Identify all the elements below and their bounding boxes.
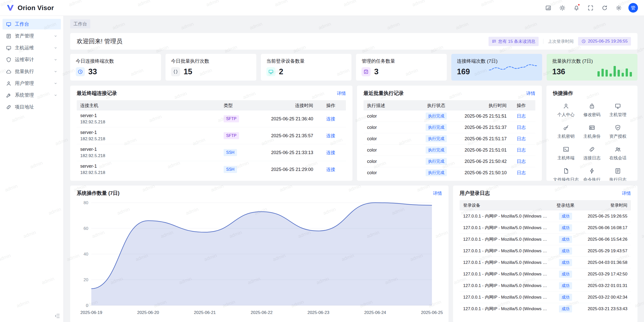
action-cell: 日志 bbox=[517, 158, 532, 164]
log-link[interactable]: 日志 bbox=[517, 159, 526, 164]
divider bbox=[543, 39, 543, 44]
sidebar-item-system[interactable]: 系统管理 bbox=[3, 90, 61, 100]
ops-chart-svg: 0204060802025-06-192025-06-202025-06-212… bbox=[77, 199, 442, 317]
quick-action-desktop[interactable]: 主机管理 bbox=[605, 103, 631, 118]
sidebar: 工作台资产管理主机运维运维审计批量执行用户管理系统管理项目地址 bbox=[0, 16, 64, 322]
exec-desc-cell: color bbox=[367, 136, 417, 141]
host-name: server-1 bbox=[80, 113, 224, 118]
quick-action-lock[interactable]: 修改密码 bbox=[579, 103, 605, 118]
connect-link[interactable]: 连接 bbox=[326, 133, 335, 138]
protocol-tag: SFTP bbox=[224, 132, 239, 139]
exec-time-cell: 2025-06-25 21:51:37 bbox=[455, 125, 507, 130]
sidebar-item-label: 用户管理 bbox=[15, 80, 34, 87]
exec-desc-cell: color bbox=[367, 148, 417, 153]
exec-status-cell: 执行完成 bbox=[417, 158, 455, 165]
quick-action-label: 执行日志 bbox=[609, 177, 626, 181]
welcome-title: 欢迎回来! 管理员 bbox=[77, 37, 122, 45]
exec-status-cell: 执行完成 bbox=[417, 147, 455, 154]
notifications-icon[interactable] bbox=[572, 4, 581, 12]
connect-link[interactable]: 连接 bbox=[326, 150, 335, 155]
connect-link[interactable]: 连接 bbox=[326, 116, 335, 121]
sidebar-item-label: 主机运维 bbox=[15, 45, 34, 51]
connect-link[interactable]: 连接 bbox=[326, 167, 335, 172]
quick-action-shield-check[interactable]: 资产授权 bbox=[605, 124, 631, 139]
quick-action-user[interactable]: 个人中心 bbox=[553, 103, 579, 118]
svg-text:0: 0 bbox=[86, 303, 88, 308]
terminal-records-detail-link[interactable]: 详情 bbox=[337, 90, 346, 96]
ops-chart-detail-link[interactable]: 详情 bbox=[433, 190, 442, 196]
last-login-label: 上次登录时间 bbox=[548, 39, 574, 44]
sidebar-item-batch[interactable]: 批量执行 bbox=[3, 66, 61, 77]
quick-action-label: 主机终端 bbox=[557, 155, 575, 161]
breadcrumb[interactable]: 工作台 bbox=[70, 19, 90, 28]
quick-action-key[interactable]: 主机密钥 bbox=[553, 124, 579, 139]
console-icon[interactable] bbox=[544, 4, 552, 12]
quick-action-file[interactable]: 文件操作日志 bbox=[553, 168, 579, 181]
user-avatar[interactable]: 管 bbox=[628, 3, 638, 13]
login-result-cell: 成功 bbox=[553, 259, 578, 266]
theme-icon[interactable] bbox=[558, 4, 567, 12]
quick-action-doc-list[interactable]: 执行日志 bbox=[605, 168, 631, 181]
login-log-row: 127.0.0.1 - 内网IP - Mozilla/5.0 (Windows … bbox=[460, 292, 631, 303]
protocol-cell: SSH bbox=[224, 149, 248, 156]
fullscreen-icon[interactable] bbox=[586, 4, 595, 12]
terminal-trend-sparkline bbox=[488, 61, 538, 77]
batch-records-title: 最近批量执行记录 bbox=[364, 90, 404, 97]
login-log-row: 127.0.0.1 - 内网IP - Mozilla/5.0 (Windows … bbox=[460, 222, 631, 234]
log-link[interactable]: 日志 bbox=[517, 148, 526, 153]
user-icon bbox=[6, 81, 12, 86]
terminal-records-panel: 最近终端连接记录 详情 连接主机 类型 连接时间 操作 server-1182.… bbox=[70, 86, 352, 181]
sidebar-item-assets[interactable]: 资产管理 bbox=[3, 31, 61, 41]
stat-card-batch-7d: 批量执行次数 (7日)136 bbox=[547, 54, 637, 81]
exec-status-tag: 执行完成 bbox=[426, 158, 447, 165]
batch-table-header: 执行描述 执行状态 执行时间 操作 bbox=[364, 100, 535, 111]
stats-row: 今日连接终端次数33今日批量执行次数15当前登录设备数量2管理的任务数量3连接终… bbox=[70, 54, 637, 81]
refresh-icon[interactable] bbox=[600, 4, 609, 12]
log-link[interactable]: 日志 bbox=[517, 125, 526, 130]
last-login-time: 2025-06-25 19:26:55 bbox=[588, 39, 628, 44]
sidebar-item-project[interactable]: 项目地址 bbox=[3, 102, 61, 112]
settings-icon[interactable] bbox=[614, 4, 623, 12]
protocol-cell: SFTP bbox=[224, 132, 248, 139]
collapse-sidebar-icon[interactable] bbox=[54, 313, 60, 319]
sidebar-item-host-ops[interactable]: 主机运维 bbox=[3, 43, 61, 53]
stat-title: 今日批量执行次数 bbox=[171, 58, 251, 64]
quick-action-label: 个人中心 bbox=[557, 112, 575, 118]
login-log-row: 127.0.0.1 - 内网IP - Mozilla/5.0 (Windows … bbox=[460, 303, 631, 314]
stat-card-login-devices: 当前登录设备数量2 bbox=[261, 54, 352, 81]
idcard-icon bbox=[589, 124, 595, 131]
login-device-cell: 127.0.0.1 - 内网IP - Mozilla/5.0 (Windows … bbox=[463, 271, 553, 277]
unread-messages-chip[interactable]: 您有 15 条未读消息 bbox=[489, 37, 539, 46]
svg-text:2025-06-19: 2025-06-19 bbox=[80, 310, 102, 315]
protocol-cell: SFTP bbox=[224, 115, 248, 122]
terminal-record-row: server-1182.92.5.218SSH2025-06-25 21:29:… bbox=[77, 161, 346, 178]
quick-action-link[interactable]: 连接日志 bbox=[579, 146, 605, 161]
sidebar-item-audit[interactable]: 运维审计 bbox=[3, 54, 61, 65]
host-cell: server-1182.92.5.218 bbox=[80, 147, 224, 158]
quick-action-terminal[interactable]: 主机终端 bbox=[553, 146, 579, 161]
host-name: server-1 bbox=[80, 164, 224, 169]
quick-action-bolt[interactable]: 命令执行 bbox=[579, 168, 605, 181]
welcome-banner: 欢迎回来! 管理员 您有 15 条未读消息 上次登录时间 2025-06-25 … bbox=[70, 33, 637, 50]
action-cell: 日志 bbox=[517, 170, 532, 176]
exec-status-tag: 执行完成 bbox=[426, 124, 447, 131]
quick-action-users[interactable]: 在线会话 bbox=[605, 146, 631, 161]
chevron-down-icon bbox=[54, 93, 58, 97]
stat-card-managed-tasks: 管理的任务数量3 bbox=[356, 54, 447, 81]
sidebar-item-label: 资产管理 bbox=[15, 33, 34, 39]
sidebar-item-workbench[interactable]: 工作台 bbox=[3, 19, 61, 29]
log-link[interactable]: 日志 bbox=[517, 114, 526, 119]
log-link[interactable]: 日志 bbox=[517, 170, 526, 175]
action-cell: 日志 bbox=[517, 136, 532, 142]
login-device-cell: 127.0.0.1 - 内网IP - Mozilla/5.0 (Windows … bbox=[463, 236, 553, 242]
login-logs-detail-link[interactable]: 详情 bbox=[622, 190, 631, 196]
batch-records-detail-link[interactable]: 详情 bbox=[526, 90, 535, 96]
svg-text:40: 40 bbox=[84, 252, 88, 257]
stat-value: 2 bbox=[279, 67, 283, 76]
stat-value: 136 bbox=[552, 67, 565, 76]
log-link[interactable]: 日志 bbox=[517, 136, 526, 141]
quick-action-idcard[interactable]: 主机身份 bbox=[579, 124, 605, 139]
host-cell: server-1182.92.5.218 bbox=[80, 130, 224, 141]
host-cell: server-1182.92.5.218 bbox=[80, 113, 224, 125]
sidebar-item-users[interactable]: 用户管理 bbox=[3, 78, 61, 89]
